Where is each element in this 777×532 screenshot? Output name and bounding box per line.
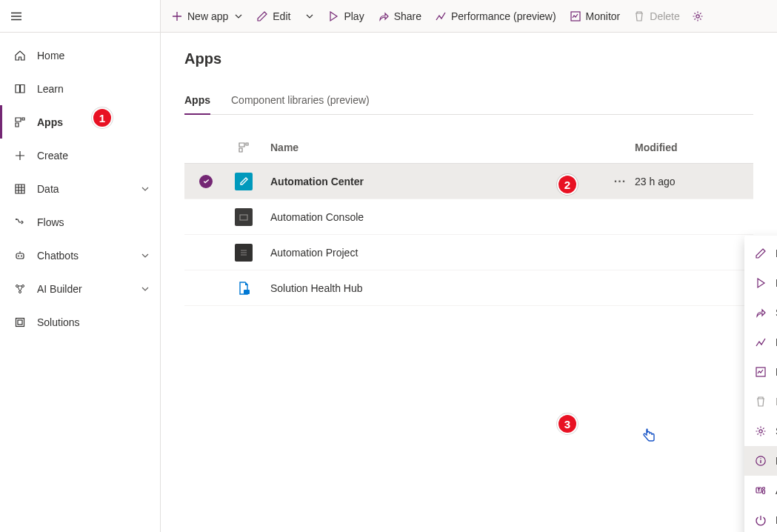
nav-solutions[interactable]: Solutions xyxy=(0,305,160,339)
performance-icon xyxy=(755,336,767,348)
cursor-pointer-icon xyxy=(641,427,656,445)
home-icon xyxy=(13,49,27,62)
cell-modified: 23 h ago xyxy=(635,176,753,187)
share-label: Share xyxy=(394,10,421,22)
edit-button[interactable]: Edit xyxy=(250,4,296,28)
col-name[interactable]: Name xyxy=(261,142,605,153)
nav-aibuilder[interactable]: AI Builder xyxy=(0,272,160,305)
annotation-3: 3 xyxy=(557,413,578,434)
ctx-performance[interactable]: Performance (preview) xyxy=(744,327,777,357)
gear-icon xyxy=(692,10,704,22)
monitor-label: Monitor xyxy=(586,10,621,22)
delete-icon xyxy=(633,10,645,22)
solutions-icon xyxy=(13,316,27,329)
svg-rect-9 xyxy=(571,12,580,21)
chevron-down-icon xyxy=(141,251,150,260)
nav-learn[interactable]: Learn xyxy=(0,72,160,105)
svg-point-6 xyxy=(19,290,21,293)
svg-rect-8 xyxy=(18,320,22,325)
play-button[interactable]: Play xyxy=(321,4,370,28)
ctx-settings[interactable]: Settings xyxy=(744,416,777,446)
cell-name: Automation Center xyxy=(261,176,605,187)
chevron-down-icon xyxy=(141,184,150,193)
hamburger-icon xyxy=(10,10,22,22)
ctx-add-to-teams[interactable]: Add to Teams xyxy=(744,476,777,505)
svg-rect-7 xyxy=(16,318,24,326)
hamburger-button[interactable] xyxy=(0,0,160,33)
nav-label: AI Builder xyxy=(37,283,141,295)
book-icon xyxy=(13,82,27,96)
checkmark-icon[interactable] xyxy=(199,175,213,188)
cell-name: Automation Project xyxy=(261,247,605,259)
plus-icon xyxy=(171,10,183,22)
svg-rect-13 xyxy=(756,368,765,376)
edit-dropdown[interactable] xyxy=(298,4,320,28)
table-row[interactable]: Solution Health Hub xyxy=(184,270,753,306)
nav-label: Learn xyxy=(37,83,150,95)
tab-apps[interactable]: Apps xyxy=(184,87,210,115)
plus-icon xyxy=(13,149,27,162)
share-icon xyxy=(755,307,767,319)
chevron-down-icon xyxy=(305,12,314,21)
performance-button[interactable]: Performance (preview) xyxy=(429,4,562,28)
play-icon xyxy=(755,277,767,289)
chatbot-icon xyxy=(13,249,27,262)
nav-label: Home xyxy=(37,50,150,61)
svg-point-14 xyxy=(759,430,762,433)
ctx-share[interactable]: Share xyxy=(744,298,777,327)
edit-icon xyxy=(256,10,268,22)
nav-label: Chatbots xyxy=(37,250,141,262)
ctx-delete: Delete xyxy=(744,387,777,416)
flows-icon xyxy=(13,216,27,229)
play-label: Play xyxy=(344,10,364,22)
new-app-button[interactable]: New app xyxy=(165,4,249,28)
view-icon xyxy=(238,142,250,153)
chevron-down-icon xyxy=(234,12,243,21)
ctx-edit[interactable]: Edit xyxy=(744,239,777,268)
app-root: Home Learn Apps Create Data xyxy=(0,0,777,532)
delete-label: Delete xyxy=(650,10,679,22)
delete-icon xyxy=(755,396,767,408)
nav-label: Flows xyxy=(37,216,150,228)
app-tile-icon xyxy=(235,173,253,190)
svg-rect-12 xyxy=(244,290,250,294)
tabs: Apps Component libraries (preview) xyxy=(184,87,753,115)
share-icon xyxy=(378,10,390,22)
nav-chatbots[interactable]: Chatbots xyxy=(0,239,160,272)
content-area: Apps Apps Component libraries (preview) … xyxy=(161,33,777,532)
nav-label: Solutions xyxy=(37,316,150,328)
monitor-button[interactable]: Monitor xyxy=(564,4,627,28)
ctx-deactivate[interactable]: Deactivate xyxy=(744,505,777,532)
table-row[interactable]: Automation Project xyxy=(184,235,753,270)
ctx-details[interactable]: Details xyxy=(744,446,777,476)
ctx-play[interactable]: Play xyxy=(744,268,777,298)
edit-label: Edit xyxy=(273,10,290,22)
table-row[interactable]: Automation Console xyxy=(184,199,753,235)
svg-rect-11 xyxy=(240,215,247,220)
info-icon xyxy=(755,455,767,467)
page-title: Apps xyxy=(184,50,753,67)
nav-list: Home Learn Apps Create Data xyxy=(0,33,160,339)
aibuilder-icon xyxy=(13,282,27,296)
col-modified[interactable]: Modified xyxy=(635,142,753,153)
svg-point-17 xyxy=(763,488,765,490)
toolbar: New app Edit Play Share Performance (pre… xyxy=(161,0,777,33)
teams-icon xyxy=(755,485,767,496)
nav-apps[interactable]: Apps xyxy=(0,105,160,139)
settings-button[interactable] xyxy=(687,4,708,28)
table-row[interactable]: Automation Center ··· 23 h ago xyxy=(184,164,753,199)
ctx-monitor[interactable]: Monitor xyxy=(744,357,777,387)
nav-label: Create xyxy=(37,150,150,162)
nav-label: Data xyxy=(37,183,141,195)
table-header: Name Modified xyxy=(184,131,753,164)
svg-point-2 xyxy=(18,255,19,256)
nav-flows[interactable]: Flows xyxy=(0,205,160,239)
share-button[interactable]: Share xyxy=(372,4,427,28)
nav-data[interactable]: Data xyxy=(0,172,160,205)
performance-label: Performance (preview) xyxy=(451,10,556,22)
tab-component-libraries[interactable]: Component libraries (preview) xyxy=(231,87,370,114)
play-icon xyxy=(327,10,339,22)
nav-create[interactable]: Create xyxy=(0,139,160,172)
nav-home[interactable]: Home xyxy=(0,39,160,72)
row-more-button[interactable]: ··· xyxy=(605,176,635,187)
